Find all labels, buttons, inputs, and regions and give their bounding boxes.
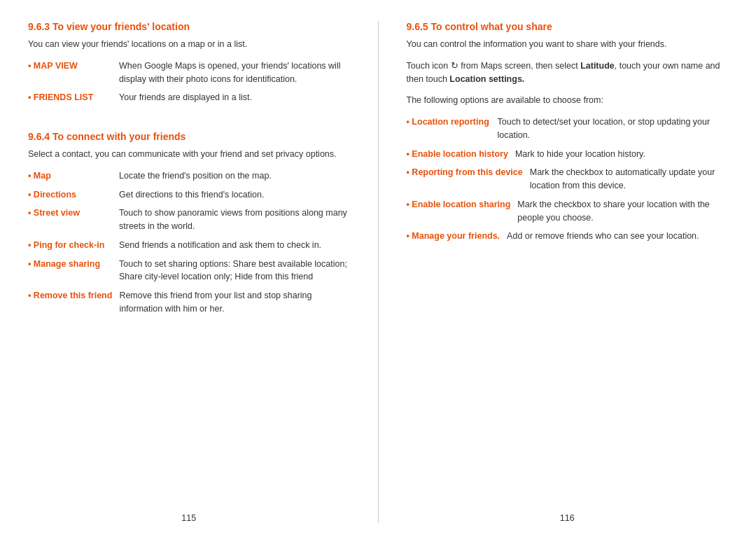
bullet-label-street-view: Street view xyxy=(28,207,119,220)
section-965-intro2: Touch icon ↻ from Maps screen, then sele… xyxy=(407,60,729,86)
bullet-label-map: Map xyxy=(28,169,119,183)
bullet-label-ping: Ping for check-in xyxy=(28,239,119,252)
bullet-desc-street-view: Touch to show panoramic views from posit… xyxy=(119,207,350,233)
bullet-map-view: MAP VIEW When Google Maps is opened, you… xyxy=(28,60,350,86)
bullet-manage-friends: Manage your friends. Add or remove frien… xyxy=(407,230,729,243)
page-container: 9.6.3 To view your friends' location You… xyxy=(0,0,756,537)
bullet-label-location-reporting: Location reporting xyxy=(407,116,498,129)
bullet-label-remove-friend: Remove this friend xyxy=(28,289,119,302)
section-963-heading: 9.6.3 To view your friends' location xyxy=(28,21,350,32)
bullet-ping: Ping for check-in Send friends a notific… xyxy=(28,239,350,252)
latitude-bold: Latitude xyxy=(580,61,615,71)
bullet-desc-enable-location-sharing: Mark the checkbox to share your location… xyxy=(517,198,728,225)
section-964-intro: Select a contact, you can communicate wi… xyxy=(28,148,350,161)
bullet-desc-ping: Send friends a notification and ask them… xyxy=(119,239,350,252)
section-963-intro: You can view your friends' locations on … xyxy=(28,38,350,51)
section-964: 9.6.4 To connect with your friends Selec… xyxy=(28,120,350,321)
bullet-desc-directions: Get directions to this friend's location… xyxy=(119,188,350,202)
bullet-friends-list: FRIENDS LIST Your friends are displayed … xyxy=(28,91,350,104)
bullet-desc-location-reporting: Touch to detect/set your location, or st… xyxy=(498,116,729,142)
bullet-desc-remove-friend: Remove this friend from your list and st… xyxy=(119,289,349,316)
bullet-reporting-device: Reporting from this device Mark the chec… xyxy=(407,166,729,193)
bullet-label-map-view: MAP VIEW xyxy=(28,60,119,73)
section-963: 9.6.3 To view your friends' location You… xyxy=(28,21,350,110)
bullet-manage-sharing: Manage sharing Touch to set sharing opti… xyxy=(28,258,350,284)
bullet-remove-friend: Remove this friend Remove this friend fr… xyxy=(28,289,350,316)
bullet-label-enable-location-history: Enable location history xyxy=(407,148,515,161)
page-divider xyxy=(378,21,379,523)
section-965: 9.6.5 To control what you share You can … xyxy=(407,21,729,249)
section-965-intro3: The following options are available to c… xyxy=(407,94,729,107)
bullet-desc-reporting-device: Mark the checkbox to automatically updat… xyxy=(530,166,728,193)
bullet-desc-manage-sharing: Touch to set sharing options: Share best… xyxy=(119,258,350,284)
right-page-number: 116 xyxy=(407,499,729,523)
section-964-heading: 9.6.4 To connect with your friends xyxy=(28,131,350,142)
bullet-label-manage-sharing: Manage sharing xyxy=(28,258,119,271)
section-965-heading: 9.6.5 To control what you share xyxy=(407,21,729,32)
left-page-number: 115 xyxy=(28,499,350,523)
bullet-desc-map-view: When Google Maps is opened, your friends… xyxy=(119,60,350,86)
bullet-desc-manage-friends: Add or remove friends who can see your l… xyxy=(507,230,728,243)
bullet-label-manage-friends: Manage your friends. xyxy=(407,230,507,243)
bullet-label-enable-location-sharing: Enable location sharing xyxy=(407,198,518,211)
right-column: 9.6.5 To control what you share You can … xyxy=(407,21,729,523)
bullet-enable-location-history: Enable location history Mark to hide you… xyxy=(407,148,729,161)
bullet-location-reporting: Location reporting Touch to detect/set y… xyxy=(407,116,729,142)
bullet-street-view: Street view Touch to show panoramic view… xyxy=(28,207,350,233)
bullet-desc-enable-location-history: Mark to hide your location history. xyxy=(515,148,728,161)
location-settings-bold: Location settings. xyxy=(449,74,524,84)
bullet-desc-friends-list: Your friends are displayed in a list. xyxy=(119,91,350,104)
section-965-intro1: You can control the information you want… xyxy=(407,38,729,51)
left-column: 9.6.3 To view your friends' location You… xyxy=(28,21,350,523)
bullet-label-friends-list: FRIENDS LIST xyxy=(28,91,119,104)
bullet-map: Map Locate the friend's position on the … xyxy=(28,169,350,183)
bullet-enable-location-sharing: Enable location sharing Mark the checkbo… xyxy=(407,198,729,225)
bullet-desc-map: Locate the friend's position on the map. xyxy=(119,169,350,183)
bullet-label-reporting-device: Reporting from this device xyxy=(407,166,530,179)
bullet-label-directions: Directions xyxy=(28,188,119,202)
bullet-directions: Directions Get directions to this friend… xyxy=(28,188,350,202)
